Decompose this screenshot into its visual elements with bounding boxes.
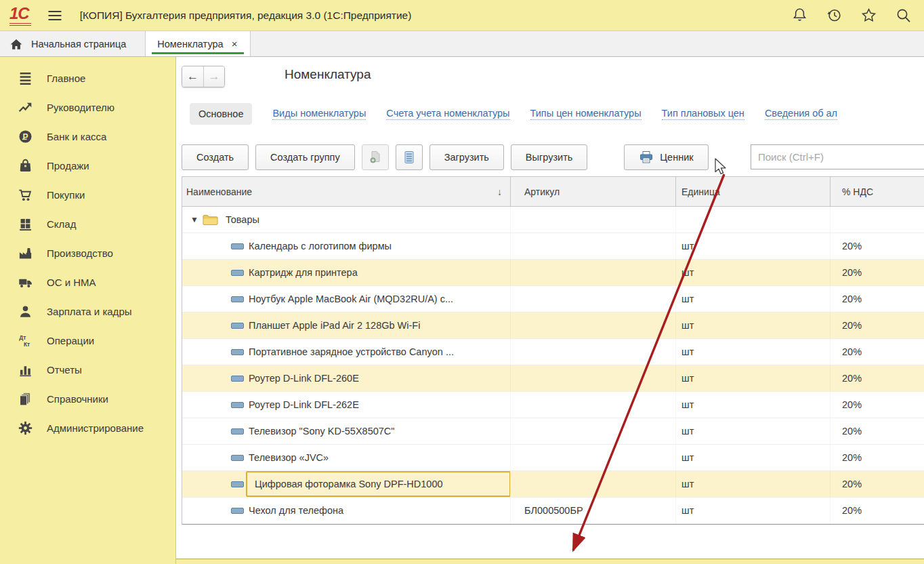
tab-home-label: Начальная страница (31, 39, 126, 49)
purchases-icon (18, 188, 33, 202)
sidebar-item-warehouse[interactable]: Склад (0, 209, 175, 239)
cell-article (511, 207, 676, 233)
table-row[interactable]: Портативное зарядное устройство Canyon .… (182, 339, 924, 365)
column-header-unit[interactable]: Единица (676, 177, 831, 206)
window-bottom-frame (176, 559, 924, 564)
item-icon (231, 402, 244, 408)
item-name: Роутер D-Link DFL-260E (249, 373, 359, 384)
vat-text: 20% (842, 346, 862, 357)
cell-unit (676, 207, 831, 233)
sidebar-item-operations[interactable]: Операции (0, 326, 175, 355)
column-header-name[interactable]: Наименование ↓ (182, 177, 511, 206)
nav-link-accounts[interactable]: Счета учета номенклатуры (386, 108, 509, 120)
unload-button[interactable]: Выгрузить (511, 144, 587, 170)
forward-button[interactable]: → (203, 66, 224, 87)
sidebar-item-salary[interactable]: Зарплата и кадры (0, 297, 175, 326)
unit-text: шт (681, 399, 694, 410)
sidebar-item-label: Администрирование (47, 422, 144, 434)
cell-name: Телевизор "Sony KD-55X8507C" (182, 418, 511, 444)
sidebar-item-purchases[interactable]: Покупки (0, 180, 175, 209)
unit-text: шт (681, 294, 694, 304)
main-icon (18, 71, 33, 85)
app-title: [КОПИЯ] Бухгалтерия предприятия, редакци… (80, 9, 412, 22)
tab-nomenclature[interactable]: Номенклатура × (145, 31, 251, 56)
sidebar-item-label: Отчеты (47, 364, 82, 376)
cell-vat: 20% (831, 286, 924, 312)
tab-close-icon[interactable]: × (230, 38, 239, 49)
sidebar-item-administration[interactable]: Администрирование (0, 414, 175, 443)
unit-text: шт (681, 320, 694, 331)
item-icon (231, 508, 244, 514)
price-tag-button[interactable]: Ценник (624, 144, 708, 170)
column-header-vat[interactable]: % НДС (831, 177, 924, 206)
item-name: Цифровая фоторамка Sony DPF-HD1000 (255, 479, 443, 489)
nav-link-price-types[interactable]: Типы цен номенклатуры (530, 108, 642, 120)
cell-name: Чехол для телефона (182, 498, 511, 523)
table-row[interactable]: Телевизор "Sony KD-55X8507C" шт 20% (182, 418, 924, 445)
cell-name: Роутер D-Link DFL-260E (182, 365, 511, 391)
1c-logo: 1С (9, 5, 31, 26)
folder-icon (203, 214, 218, 226)
sidebar-item-production[interactable]: Производство (0, 239, 175, 268)
vat-text: 20% (842, 241, 862, 251)
tab-active-label: Номенклатура (157, 39, 223, 49)
load-button[interactable]: Загрузить (429, 144, 504, 170)
global-search-icon[interactable] (895, 7, 912, 24)
sidebar-item-sales[interactable]: Продажи (0, 151, 175, 180)
table-header: Наименование ↓ Артикул Единица % НДС (182, 176, 924, 207)
table-row[interactable]: Телевизор «JVC» шт 20% (182, 445, 924, 471)
sidebar-item-assets[interactable]: ОС и НМА (0, 268, 175, 297)
cell-article (511, 392, 676, 418)
directories-icon (18, 392, 33, 406)
sidebar-item-manager[interactable]: Руководителю (0, 93, 175, 122)
home-icon (9, 37, 23, 51)
sidebar-item-label: Продажи (47, 160, 89, 172)
sidebar-item-label: ОС и НМА (47, 277, 96, 288)
unit-text: шт (681, 452, 694, 463)
item-icon (231, 481, 244, 487)
history-icon[interactable] (826, 7, 843, 24)
group-expander-icon[interactable]: ▼ (190, 215, 198, 224)
cell-unit: шт (676, 339, 831, 365)
column-header-article[interactable]: Артикул (511, 177, 676, 206)
sidebar-item-main[interactable]: Главное (0, 64, 175, 93)
article-text: БЛ000500БР (524, 505, 583, 516)
tab-home-page[interactable]: Начальная страница (0, 31, 145, 56)
sidebar-item-reports[interactable]: Отчеты (0, 355, 175, 384)
search-input[interactable] (751, 144, 924, 169)
create-button[interactable]: Создать (182, 144, 249, 170)
table-row[interactable]: Чехол для телефона БЛ000500БР шт 20% (182, 498, 924, 524)
cell-name: Телевизор «JVC» (182, 445, 511, 470)
table-row[interactable]: Картридж для принтера шт 20% (182, 260, 924, 286)
sidebar-item-bank[interactable]: Банк и касса (0, 122, 175, 151)
cell-unit: шт (676, 260, 831, 285)
nav-main-tab[interactable]: Основное (190, 103, 252, 125)
nav-link-alcohol-info[interactable]: Сведения об ал (765, 108, 837, 120)
table-row[interactable]: Планшет Apple iPad Air 2 128Gb Wi-Fi шт … (182, 313, 924, 339)
table-row[interactable]: Ноутбук Apple MacBook Air (MQD32RU/A) с.… (182, 286, 924, 313)
sidebar-item-directories[interactable]: Справочники (0, 384, 175, 414)
table-row[interactable]: Роутер D-Link DFL-262E шт 20% (182, 392, 924, 418)
table-group-row[interactable]: ▼ Товары (182, 207, 924, 233)
main-menu-icon[interactable] (46, 7, 64, 24)
notifications-bell-icon[interactable] (791, 7, 808, 24)
sidebar-item-label: Банк и касса (47, 131, 106, 142)
table-row[interactable]: Календарь с логотипом фирмы шт 20% (182, 233, 924, 260)
cell-article (511, 365, 676, 391)
copy-item-button[interactable] (362, 144, 389, 170)
cell-vat: 20% (831, 365, 924, 391)
nav-link-item-types[interactable]: Виды номенклатуры (272, 108, 366, 120)
back-button[interactable]: ← (182, 66, 203, 87)
item-name: Чехол для телефона (249, 505, 343, 516)
selected-cell-outline: Цифровая фоторамка Sony DPF-HD1000 (246, 471, 511, 497)
list-settings-button[interactable] (396, 144, 423, 170)
favorites-star-icon[interactable] (860, 7, 877, 24)
create-group-button[interactable]: Создать группу (255, 144, 355, 170)
item-icon (231, 455, 244, 461)
unit-text: шт (681, 479, 694, 489)
nav-link-planned-price-type[interactable]: Тип плановых цен (662, 108, 744, 120)
table-row[interactable]: Роутер D-Link DFL-260E шт 20% (182, 365, 924, 392)
cell-vat: 20% (831, 313, 924, 338)
table-row[interactable]: Цифровая фоторамка Sony DPF-HD1000 шт 20… (182, 471, 924, 498)
sort-indicator-icon[interactable]: ↓ (497, 186, 502, 197)
